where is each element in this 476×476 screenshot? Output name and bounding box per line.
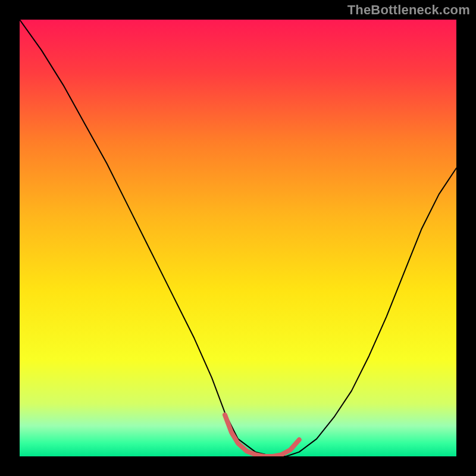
chart-frame: TheBottleneck.com bbox=[0, 0, 476, 476]
gradient-background bbox=[20, 20, 456, 456]
plot-svg bbox=[20, 20, 456, 456]
plot-area bbox=[20, 20, 456, 456]
watermark-text: TheBottleneck.com bbox=[347, 2, 470, 18]
